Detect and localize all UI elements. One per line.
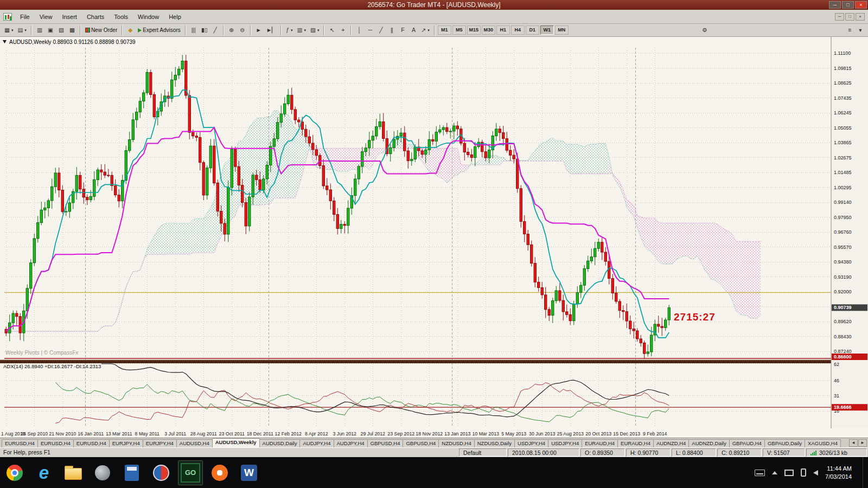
timeframe-w1-button[interactable]: W1 xyxy=(540,25,554,35)
taskbar-app-5-icon[interactable] xyxy=(119,460,144,485)
chart-tab-nzdusd-daily-13[interactable]: NZDUSD,Daily xyxy=(474,439,515,447)
menu-view[interactable]: View xyxy=(35,12,58,22)
menu-tools[interactable]: Tools xyxy=(109,12,133,22)
chart-tab-gbpaud-daily-21[interactable]: GBPAUD,Daily xyxy=(764,439,805,447)
close-button[interactable]: × xyxy=(855,1,867,9)
mdi-restore-button[interactable]: □ xyxy=(845,13,854,21)
show-desktop-button[interactable] xyxy=(863,457,866,488)
chart-tab-audusd-h4-5[interactable]: AUDUSD,H4 xyxy=(176,439,213,447)
window-separator[interactable] xyxy=(0,360,868,363)
taskbar-app-4-icon[interactable] xyxy=(90,460,115,485)
cursor-button[interactable]: ↖ xyxy=(327,25,337,36)
indicators-button[interactable]: ƒ▾ xyxy=(284,25,295,36)
chart-candles-button[interactable]: ▮▯ xyxy=(199,25,210,36)
profiles-button[interactable]: ▤▾ xyxy=(15,25,28,36)
chart-tab-eurusd-h4-1[interactable]: EURUSD,H4 xyxy=(37,439,74,447)
mdi-minimize-button[interactable]: ─ xyxy=(835,13,844,21)
price-tick: 1.02675 xyxy=(834,155,852,160)
chart-tab-audjpy-h4-8[interactable]: AUDJPY,H4 xyxy=(299,439,334,447)
arrows-button[interactable]: ↗▾ xyxy=(419,25,431,36)
vertical-line-button[interactable]: │ xyxy=(354,25,365,36)
templates-button[interactable]: ▨▾ xyxy=(308,25,321,36)
zoom-out-button[interactable]: ⊖ xyxy=(237,25,248,36)
timeframe-m5-button[interactable]: M5 xyxy=(452,25,466,35)
maximize-button[interactable]: □ xyxy=(842,1,854,9)
settings-gear-button[interactable]: ⚙ xyxy=(699,25,710,36)
auto-scroll-button[interactable]: ► xyxy=(253,25,264,36)
menu-insert[interactable]: Insert xyxy=(57,12,82,22)
internet-explorer-icon[interactable]: e xyxy=(31,460,56,485)
word-icon[interactable]: W xyxy=(237,460,261,485)
media-player-icon[interactable] xyxy=(149,460,174,485)
crosshair-button[interactable]: + xyxy=(337,25,348,36)
expert-advisors-button[interactable]: Expert Advisors xyxy=(136,25,182,36)
chart-tab-nzdusd-h4-12[interactable]: NZDUSD,H4 xyxy=(438,439,474,447)
quick-list-button[interactable]: ≡ xyxy=(844,25,855,36)
chart-tab-audusd-daily-7[interactable]: AUDUSD,Daily xyxy=(259,439,301,447)
timeframe-m1-button[interactable]: M1 xyxy=(438,25,451,35)
timeframe-m15-button[interactable]: M15 xyxy=(467,25,481,35)
new-order-button[interactable]: New Order xyxy=(83,25,119,36)
chart-tab-gbpaud-h4-20[interactable]: GBPAUD,H4 xyxy=(729,439,765,447)
chart-tab-eurjpy-h4-3[interactable]: EURJPY,H4 xyxy=(109,439,143,447)
chart-tab-eurjpy-h4-4[interactable]: EURJPY,H4 xyxy=(143,439,177,447)
horizontal-line-button[interactable]: ─ xyxy=(365,25,375,36)
chart-bars-button[interactable]: ||| xyxy=(188,25,199,36)
menu-file[interactable]: File xyxy=(15,12,35,22)
chart-tab-gbpusd-h4-11[interactable]: GBPUSD,H4 xyxy=(403,439,439,447)
navigator-button[interactable]: ▧ xyxy=(56,25,67,36)
fibonacci-button[interactable]: F xyxy=(397,25,408,36)
chart-area[interactable]: 1.111001.098151.086251.074351.062451.050… xyxy=(0,37,868,438)
periods-button[interactable]: ▥▾ xyxy=(295,25,308,36)
file-explorer-icon[interactable] xyxy=(61,460,86,485)
data-window-button[interactable]: ▣ xyxy=(45,25,56,36)
timeframe-m30-button[interactable]: M30 xyxy=(482,25,495,35)
svg-text:19.6666: 19.6666 xyxy=(834,404,852,410)
chart-tab-audnzd-h4-18[interactable]: AUDNZD,H4 xyxy=(653,439,689,447)
phone-icon[interactable] xyxy=(801,468,806,477)
menu-help[interactable]: Help xyxy=(164,12,186,22)
tab-scroll-left-button[interactable]: ◄ xyxy=(849,439,858,447)
chart-canvas[interactable]: 1.111001.098151.086251.074351.062451.050… xyxy=(0,37,868,438)
channel-button[interactable]: ∥ xyxy=(386,25,397,36)
chart-shift-button[interactable]: ►▏ xyxy=(264,25,278,36)
text-button[interactable]: A xyxy=(408,25,419,36)
tab-scroll-right-button[interactable]: ► xyxy=(858,439,867,447)
timeframe-h1-button[interactable]: H1 xyxy=(496,25,510,35)
chart-tab-eurusd-h4-2[interactable]: EURUSD,H4 xyxy=(73,439,110,447)
mdi-close-button[interactable]: × xyxy=(856,13,865,21)
chart-tab-xagusd-h4-22[interactable]: XAGUSD,H4 xyxy=(805,439,841,447)
go-trader-icon[interactable]: GO xyxy=(178,460,203,485)
chart-tab-audusd-weekly-6[interactable]: AUDUSD,Weekly xyxy=(212,438,260,447)
zoom-in-button[interactable]: ⊕ xyxy=(226,25,237,36)
new-chart-button[interactable]: ▦▾ xyxy=(2,25,15,36)
show-hidden-icons-button[interactable] xyxy=(772,471,777,474)
timeframe-mn-button[interactable]: MN xyxy=(555,25,569,35)
taskbar-clock[interactable]: 11:44 AM7/03/2014 xyxy=(825,465,852,480)
chart-tab-eurusd-h4-0[interactable]: EURUSD,H4 xyxy=(2,439,38,447)
chart-tab-usdjpy-h4-15[interactable]: USDJPY,H4 xyxy=(548,439,582,447)
date-tick: 13 Jan 2013 xyxy=(444,431,471,436)
timeframe-h4-button[interactable]: H4 xyxy=(511,25,525,35)
minimize-button[interactable]: ─ xyxy=(829,1,841,9)
chrome-icon[interactable] xyxy=(2,460,27,485)
touch-keyboard-icon[interactable] xyxy=(755,470,765,476)
chart-tab-usdjpy-h4-14[interactable]: USDJPY,H4 xyxy=(514,439,548,447)
trendline-button[interactable]: ╱ xyxy=(375,25,386,36)
more-button[interactable]: ▾ xyxy=(855,25,866,36)
network-icon[interactable] xyxy=(784,470,794,476)
chart-line-button[interactable]: ╱ xyxy=(210,25,221,36)
menu-window[interactable]: Window xyxy=(133,12,164,22)
market-watch-button[interactable]: ▥ xyxy=(34,25,45,36)
timeframe-d1-button[interactable]: D1 xyxy=(526,25,539,35)
chart-tab-euraud-h4-17[interactable]: EURAUD,H4 xyxy=(617,439,654,447)
chart-tab-euraud-h4-16[interactable]: EURAUD,H4 xyxy=(582,439,618,447)
chart-tab-gbpusd-h4-10[interactable]: GBPUSD,H4 xyxy=(367,439,404,447)
chart-tab-audjpy-h4-9[interactable]: AUDJPY,H4 xyxy=(334,439,368,447)
taskbar-app-8-icon[interactable] xyxy=(207,460,232,485)
chart-tab-audnzd-daily-19[interactable]: AUDNZD,Daily xyxy=(688,439,729,447)
attach-button[interactable]: ◆ xyxy=(125,25,136,36)
menu-charts[interactable]: Charts xyxy=(82,12,109,22)
terminal-button[interactable]: ▩ xyxy=(67,25,78,36)
volume-icon[interactable] xyxy=(813,470,818,476)
